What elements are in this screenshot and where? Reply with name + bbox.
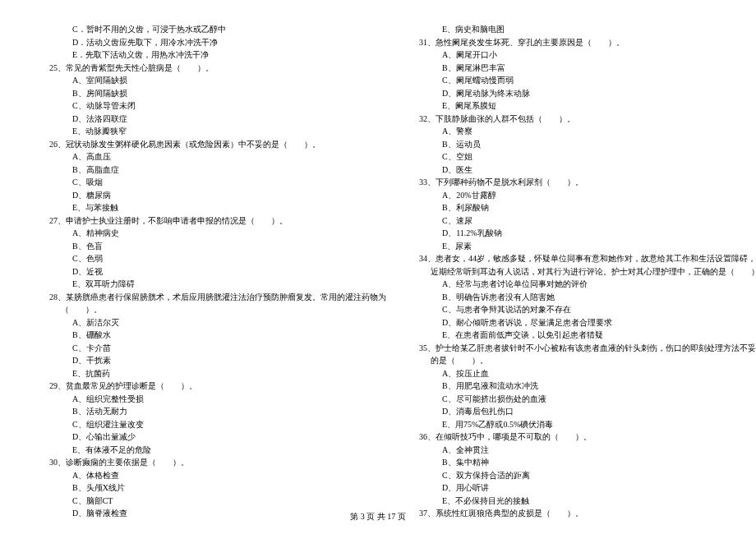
option-line: A、警察 xyxy=(419,125,756,138)
option-line: E、病史和脑电图 xyxy=(419,23,756,36)
option-line: C、卡介苗 xyxy=(49,342,386,355)
option-line: E、不必保持目光的接触 xyxy=(419,495,756,508)
question-line: 28、某膀胱癌患者行保留膀胱术，术后应用膀胱灌注法治疗预防肿瘤复发。常用的灌注药… xyxy=(49,291,386,304)
continuation-line: （ ）。 xyxy=(49,303,386,316)
option-line: C、脑部CT xyxy=(49,495,386,508)
option-line: D、心输出量减少 xyxy=(49,430,386,444)
option-line: A、阑尾开口小 xyxy=(419,48,756,62)
option-line: B、头颅X线片 xyxy=(49,481,386,495)
option-line: C、速尿 xyxy=(419,214,756,228)
option-line: C、色弱 xyxy=(49,252,386,265)
option-line: B、用肥皂液和流动水冲洗 xyxy=(419,380,756,393)
option-line: A、经常与患者讨论单位同事对她的评价 xyxy=(419,278,756,291)
option-line: A、精神病史 xyxy=(49,227,386,240)
continuation-line: 的是（ ）。 xyxy=(419,354,756,367)
page-content: C．暂时不用的义齿，可浸于热水或乙醇中D．活动义齿应先取下，用冷水冲洗干净E．先… xyxy=(0,0,756,520)
option-line: D、耐心倾听患者诉说，尽量满足患者合理要求 xyxy=(419,316,756,329)
question-line: 30、诊断癫痫的主要依据是（ ）。 xyxy=(49,456,386,469)
option-line: D、用心听讲 xyxy=(419,481,756,495)
option-line: B、高脂血症 xyxy=(49,163,386,177)
option-line: B、阑尾淋巴丰富 xyxy=(419,62,756,75)
option-line: B、明确告诉患者没有人陪害她 xyxy=(419,291,756,304)
option-line: D．活动义齿应先取下，用冷水冲洗干净 xyxy=(49,36,386,49)
option-line: D、糖尿病 xyxy=(49,189,386,202)
question-line: 26、冠状动脉发生粥样硬化易患因素（或危险因素）中不妥的是（ ）。 xyxy=(49,138,386,151)
option-line: A、全神贯注 xyxy=(419,444,756,457)
option-line: E、与苯接触 xyxy=(49,201,386,214)
option-line: B、运动员 xyxy=(419,138,756,151)
option-line: E、抗菌药 xyxy=(49,367,386,380)
option-line: B、集中精神 xyxy=(419,456,756,469)
question-line: 32、下肢静脉曲张的人群不包括（ ）。 xyxy=(419,113,756,126)
option-line: B、活动无耐力 xyxy=(49,405,386,418)
option-line: E、在患者面前低声交谈，以免引起患者猜疑 xyxy=(419,329,756,342)
question-line: 33、下列哪种药物不是脱水利尿剂（ ）。 xyxy=(419,176,756,189)
option-line: D、近视 xyxy=(49,265,386,279)
question-line: 27、申请护士执业注册时，不影响申请者申报的情况是（ ）。 xyxy=(49,214,386,228)
right-column: E、病史和脑电图31、急性阑尾炎发生坏死、穿孔的主要原因是（ ）。A、阑尾开口小… xyxy=(419,23,756,520)
question-line: 34、患者女，44岁，敏感多疑，怀疑单位同事有意和她作对，故意给其工作和生活设置… xyxy=(419,252,756,265)
option-line: A、组织完整性受损 xyxy=(49,393,386,406)
option-line: B、色盲 xyxy=(49,240,386,253)
option-line: E、用75%乙醇或0.5%碘伏消毒 xyxy=(419,418,756,431)
question-line: 31、急性阑尾炎发生坏死、穿孔的主要原因是（ ）。 xyxy=(419,36,756,49)
left-column: C．暂时不用的义齿，可浸于热水或乙醇中D．活动义齿应先取下，用冷水冲洗干净E．先… xyxy=(49,23,386,520)
question-line: 25、常见的青紫型先天性心脏病是（ ）。 xyxy=(49,62,386,75)
option-line: A、20%甘露醇 xyxy=(419,189,756,202)
option-line: D、11.2%乳酸钠 xyxy=(419,227,756,240)
option-line: B、房间隔缺损 xyxy=(49,87,386,100)
question-line: 36、在倾听技巧中，哪项是不可取的（ ）。 xyxy=(419,430,756,444)
option-line: E、动脉瓣狭窄 xyxy=(49,125,386,138)
option-line: C、阑尾蠕动慢而弱 xyxy=(419,74,756,87)
option-line: B、硼酸水 xyxy=(49,329,386,342)
option-line: E．先取下活动义齿，用热水冲洗干净 xyxy=(49,48,386,62)
option-line: A、新洁尔灭 xyxy=(49,316,386,329)
option-line: C、动脉导管未闭 xyxy=(49,99,386,113)
option-line: C、尽可能挤出损伤处的血液 xyxy=(419,393,756,406)
page-footer: 第 3 页 共 17 页 xyxy=(0,511,756,522)
option-line: C、与患者争辩其说话的对象不存在 xyxy=(419,303,756,316)
option-line: B、利尿酸钠 xyxy=(419,201,756,214)
option-line: C、吸烟 xyxy=(49,176,386,189)
option-line: D、法洛四联症 xyxy=(49,113,386,126)
option-line: A、体格检查 xyxy=(49,469,386,482)
continuation-line: 近期经常听到耳边有人说话，对其行为进行评论。护士对其心理护理中，正确的是（ ）。 xyxy=(419,265,756,279)
option-line: D、医生 xyxy=(419,163,756,177)
option-line: A、按压止血 xyxy=(419,367,756,380)
question-line: 29、贫血最常见的护理诊断是（ ）。 xyxy=(49,380,386,393)
option-line: C、双方保持合适的距离 xyxy=(419,469,756,482)
option-line: C、空姐 xyxy=(419,150,756,163)
option-line: E、阑尾系膜短 xyxy=(419,99,756,113)
option-line: A、高血压 xyxy=(49,150,386,163)
option-line: E、有体液不足的危险 xyxy=(49,444,386,457)
option-line: E、双耳听力障碍 xyxy=(49,278,386,291)
option-line: E、尿素 xyxy=(419,240,756,253)
option-line: C、组织灌注量改变 xyxy=(49,418,386,431)
option-line: D、消毒后包扎伤口 xyxy=(419,405,756,418)
question-line: 35、护士给某乙肝患者拔针时不小心被粘有该患者血液的针头刺伤，伤口的即刻处理方法… xyxy=(419,342,756,355)
option-line: D、阑尾动脉为终末动脉 xyxy=(419,87,756,100)
option-line: D、干扰素 xyxy=(49,354,386,367)
option-line: C．暂时不用的义齿，可浸于热水或乙醇中 xyxy=(49,23,386,36)
option-line: A、室间隔缺损 xyxy=(49,74,386,87)
